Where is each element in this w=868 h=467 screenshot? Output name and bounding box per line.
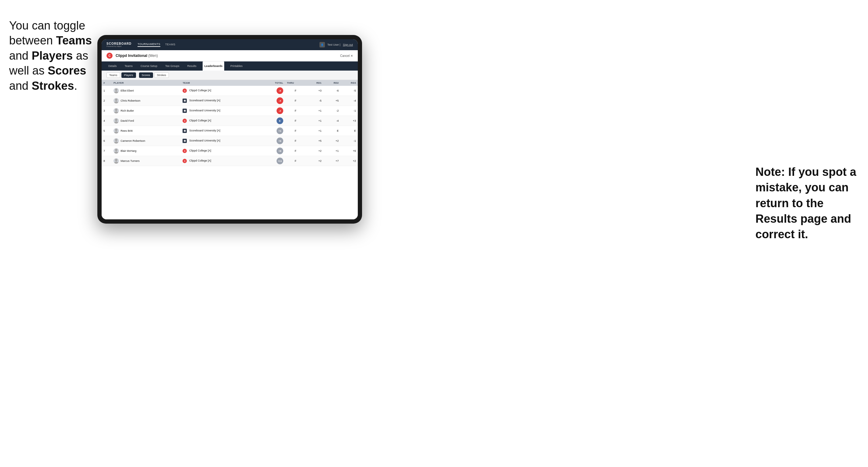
col-team: TEAM — [181, 80, 261, 86]
cell-rank: 3 — [102, 106, 112, 116]
cell-rank: 4 — [102, 116, 112, 126]
team-logo-small: C — [183, 149, 187, 153]
cell-rd2: -4 — [323, 116, 341, 126]
cell-thru: F — [285, 146, 306, 156]
total-badge: -2 — [277, 107, 283, 114]
team-name: Clippd College [A] — [189, 119, 211, 122]
cell-rd3: -1 — [340, 106, 358, 116]
player-name: Marcus Turners — [121, 159, 140, 162]
top-navigation: SCOREBOARD Powered by clippd TOURNAMENTS… — [102, 39, 358, 50]
leaderboard-table: # PLAYER TEAM TOTAL THRU RD1 RD2 RD3 1 — [102, 80, 358, 219]
cell-team: ▦ Scoreboard University [A] — [181, 96, 261, 106]
left-annotation: You can toggle between Teams and Players… — [9, 18, 94, 93]
user-label: Test User | — [328, 43, 340, 46]
svg-point-9 — [115, 129, 118, 131]
col-rank: # — [102, 80, 112, 86]
team-logo-small: ▦ — [183, 108, 187, 113]
cell-rd2: +7 — [323, 156, 341, 166]
player-avatar — [114, 138, 119, 144]
team-logo-small: ▦ — [183, 129, 187, 133]
svg-point-2 — [114, 91, 118, 93]
tab-results[interactable]: Results — [186, 61, 198, 70]
cell-total: -2 — [262, 106, 285, 116]
svg-point-4 — [114, 101, 118, 103]
tablet-screen: SCOREBOARD Powered by clippd TOURNAMENTS… — [102, 39, 358, 219]
cell-player: Rich Butler — [112, 106, 181, 116]
total-badge: +6 — [277, 137, 283, 144]
col-rd3: RD3 — [340, 80, 358, 86]
cell-rank: 7 — [102, 146, 112, 156]
col-rd2: RD2 — [323, 80, 341, 86]
cell-player: Rees Britt — [112, 126, 181, 136]
nav-teams[interactable]: TEAMS — [165, 43, 176, 46]
cell-rd2: -6 — [323, 86, 341, 96]
cell-rank: 6 — [102, 136, 112, 146]
team-name: Clippd College [A] — [189, 89, 211, 92]
nav-tournaments[interactable]: TOURNAMENTS — [137, 42, 160, 47]
cell-rd3: -4 — [340, 96, 358, 106]
svg-point-16 — [114, 161, 118, 164]
player-name: Chris Robertson — [121, 99, 140, 102]
tournament-logo: C — [106, 53, 113, 59]
player-name: Cameron Robertson — [121, 139, 145, 143]
svg-point-11 — [115, 139, 118, 141]
cell-rd2: +1 — [323, 146, 341, 156]
cell-thru: F — [285, 106, 306, 116]
toggle-scores-button[interactable]: Scores — [139, 72, 153, 78]
sub-tab-bar: Details Teams Course Setup Tee Groups Re… — [102, 61, 358, 70]
player-avatar — [114, 128, 119, 133]
player-avatar — [114, 88, 119, 93]
cell-rank: 8 — [102, 156, 112, 166]
cell-thru: F — [285, 116, 306, 126]
cell-total: -8 — [262, 86, 285, 96]
tab-tee-groups[interactable]: Tee Groups — [163, 61, 181, 70]
logo-subtitle: Powered by clippd — [106, 45, 131, 47]
cell-player: Blair McHarg — [112, 146, 181, 156]
tab-details[interactable]: Details — [106, 61, 119, 70]
cell-thru: F — [285, 126, 306, 136]
team-name: Scoreboard University [A] — [189, 109, 220, 112]
svg-point-6 — [114, 111, 118, 114]
cell-player: Elliot Ebert — [112, 86, 181, 96]
cell-rd3: +2 — [340, 156, 358, 166]
team-name: Scoreboard University [A] — [189, 139, 220, 142]
player-name: Elliot Ebert — [121, 89, 134, 92]
tab-teams[interactable]: Teams — [123, 61, 135, 70]
cell-rd2: E — [323, 126, 341, 136]
cell-team: C Clippd College [A] — [181, 86, 261, 96]
sign-out-link[interactable]: Sign out — [343, 43, 353, 46]
cell-total: +11 — [262, 156, 285, 166]
svg-point-5 — [115, 108, 118, 111]
svg-point-15 — [115, 159, 118, 161]
tab-leaderboards[interactable]: Leaderboards — [203, 61, 224, 70]
cancel-button[interactable]: Cancel ✕ — [340, 54, 353, 58]
player-avatar — [114, 118, 119, 124]
cell-rd1: +3 — [306, 86, 323, 96]
toggle-strokes-button[interactable]: Strokes — [154, 72, 169, 78]
cell-total: +8 — [262, 146, 285, 156]
cell-rd2: +5 — [323, 96, 341, 106]
svg-point-14 — [114, 152, 118, 154]
col-player: PLAYER — [112, 80, 181, 86]
cell-rd3: +3 — [340, 116, 358, 126]
total-badge: -4 — [277, 97, 283, 104]
cell-rank: 1 — [102, 86, 112, 96]
toggle-teams-button[interactable]: Teams — [106, 72, 120, 78]
total-badge: -8 — [277, 87, 283, 94]
cell-total: -4 — [262, 96, 285, 106]
table-row: 1 Elliot Ebert C Clippd College [A] -8 F… — [102, 86, 358, 96]
team-name: Scoreboard University [A] — [189, 99, 220, 102]
tournament-header: C Clippd Invitational (Men) Cancel ✕ — [102, 50, 358, 61]
toggle-players-button[interactable]: Players — [121, 72, 136, 78]
team-name: Clippd College [A] — [189, 149, 211, 152]
tab-printables[interactable]: Printables — [228, 61, 244, 70]
cell-rd1: +2 — [306, 146, 323, 156]
tab-course-setup[interactable]: Course Setup — [139, 61, 159, 70]
player-avatar — [114, 158, 119, 164]
cell-rd3: E — [340, 126, 358, 136]
team-logo-small: ▦ — [183, 139, 187, 143]
nav-user-area: 👤 Test User | Sign out — [319, 42, 353, 48]
cell-team: C Clippd College [A] — [181, 146, 261, 156]
table-row: 4 David Ford C Clippd College [A] E F +1… — [102, 116, 358, 126]
table-row: 2 Chris Robertson ▦ Scoreboard Universit… — [102, 96, 358, 106]
